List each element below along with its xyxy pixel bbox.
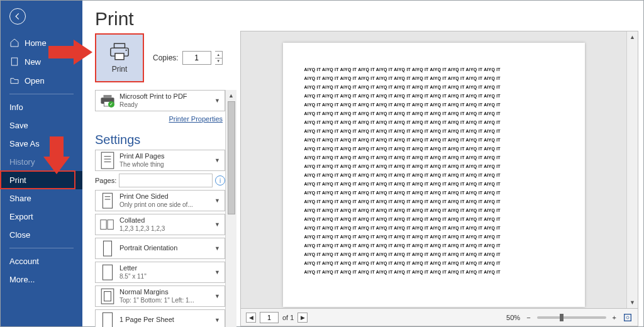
zoom-out-button[interactable]: − (524, 314, 533, 321)
collate-icon (99, 218, 116, 231)
sidebar-item-label: New (25, 57, 41, 67)
preview-page: AIYQ IT AIYQ IT AIYQ IT AIYQ IT AIYQ IT … (283, 43, 585, 307)
print-settings-column: Print Print Copies: ▲▼ ✓ (82, 1, 236, 326)
sidebar-item-more[interactable]: More... (1, 270, 82, 289)
print-button[interactable]: Print (95, 33, 144, 82)
page-title: Print (95, 8, 236, 30)
sidebar-separator (9, 248, 74, 248)
zoom-label: 50% (506, 314, 520, 321)
setting-sides[interactable]: Print One SidedOnly print on one side of… (95, 190, 225, 211)
preview-scrollbar[interactable]: ▲ ▼ (626, 31, 638, 308)
print-preview-pane: AIYQ IT AIYQ IT AIYQ IT AIYQ IT AIYQ IT … (240, 31, 638, 326)
chevron-down-icon: ▼ (214, 293, 221, 299)
sidebar-item-save[interactable]: Save (1, 116, 82, 135)
doc-icon (99, 151, 116, 170)
sidebar-item-label: Open (25, 76, 45, 86)
portrait-icon (99, 239, 116, 258)
zoom-in-button[interactable]: + (610, 314, 619, 321)
chevron-down-icon: ▼ (214, 317, 221, 323)
pages-label: Pages: (95, 177, 116, 184)
prev-page-button[interactable]: ◀ (246, 313, 256, 323)
content-area: Print Print Copies: ▲▼ ✓ (82, 1, 643, 326)
sidebar-item-saveas[interactable]: Save As (1, 135, 82, 153)
svg-rect-16 (108, 220, 113, 230)
page-of-label: of 1 (282, 314, 294, 321)
slider-knob[interactable] (560, 314, 564, 321)
svg-rect-1 (114, 43, 125, 48)
copies-label: Copies: (153, 53, 179, 62)
next-page-button[interactable]: ▶ (297, 313, 308, 323)
svg-rect-19 (101, 289, 113, 304)
sidebar-item-new[interactable]: New (1, 52, 82, 71)
printer-icon (109, 42, 130, 61)
svg-rect-8 (101, 152, 113, 169)
setting-orientation[interactable]: Portrait Orientation ▼ (95, 238, 225, 259)
svg-rect-3 (115, 53, 124, 60)
sidebar-item-open[interactable]: Open (1, 71, 82, 90)
sidebar-item-label: Home (25, 38, 47, 48)
sidebar-item-history[interactable]: History (1, 153, 82, 171)
page-number-input[interactable] (260, 312, 279, 323)
preview-toolbar: ◀ of 1 ▶ 50% − + (241, 308, 638, 326)
chevron-down-icon: ▼ (214, 197, 221, 204)
sidebar-item-close[interactable]: Close (1, 226, 82, 244)
sidebar-item-share[interactable]: Share (1, 189, 82, 208)
svg-rect-15 (101, 220, 106, 230)
setting-collate[interactable]: Collated1,2,3 1,2,3 1,2,3 ▼ (95, 214, 225, 235)
setting-pages-per-sheet[interactable]: 1 Page Per Sheet ▼ (95, 309, 225, 327)
svg-rect-18 (103, 265, 112, 280)
sidebar-item-account[interactable]: Account (1, 252, 82, 270)
back-arrow-icon (13, 12, 22, 21)
scroll-up-icon[interactable]: ▲ (627, 31, 638, 43)
pages-input[interactable] (119, 174, 213, 187)
sidebar-item-print[interactable]: Print (1, 171, 82, 189)
svg-rect-0 (11, 58, 17, 65)
chevron-down-icon: ▼ (214, 97, 221, 104)
chevron-down-icon[interactable]: ▼ (215, 58, 222, 65)
printer-selector[interactable]: ✓ Microsoft Print to PDFReady ▼ (95, 90, 225, 111)
setting-paper[interactable]: Letter8.5" x 11" ▼ (95, 262, 225, 283)
svg-rect-22 (625, 314, 631, 321)
scroll-down-icon[interactable]: ▼ (627, 297, 638, 308)
svg-rect-12 (103, 193, 112, 208)
svg-rect-17 (104, 241, 112, 256)
chevron-down-icon: ▼ (214, 221, 221, 228)
sidebar-item-export[interactable]: Export (1, 208, 82, 226)
margins-icon (99, 287, 116, 306)
chevron-up-icon[interactable]: ▲ (215, 52, 222, 58)
scroll-up-icon[interactable]: ▲ (226, 90, 236, 101)
backstage-sidebar: Home New Open Info Save Save As History … (1, 1, 82, 326)
setting-pages-scope[interactable]: Print All PagesThe whole thing ▼ (95, 150, 225, 171)
zoom-slider[interactable] (537, 316, 606, 319)
sidebar-item-info[interactable]: Info (1, 98, 82, 116)
chevron-down-icon: ▼ (214, 245, 221, 252)
setting-margins[interactable]: Normal MarginsTop: 1" Bottom: 1" Left: 1… (95, 285, 225, 307)
paper-icon (99, 263, 116, 282)
svg-point-23 (626, 316, 629, 319)
svg-rect-21 (103, 313, 112, 327)
page-side-icon (99, 191, 116, 210)
settings-heading: Settings (95, 133, 225, 147)
fit-page-icon[interactable] (623, 313, 633, 323)
chevron-down-icon: ▼ (214, 157, 221, 164)
sidebar-item-home[interactable]: Home (1, 33, 82, 52)
copies-stepper[interactable]: ▲▼ (215, 51, 223, 65)
sidebar-separator (9, 94, 74, 94)
back-button[interactable] (9, 8, 26, 25)
sheet-icon (99, 311, 116, 327)
svg-point-4 (126, 50, 127, 51)
check-icon: ✓ (108, 101, 114, 108)
printer-properties-link[interactable]: Printer Properties (169, 115, 223, 123)
svg-rect-20 (104, 291, 111, 301)
preview-canvas: AIYQ IT AIYQ IT AIYQ IT AIYQ IT AIYQ IT … (241, 31, 626, 308)
info-icon[interactable]: i (215, 175, 225, 186)
open-icon (9, 75, 19, 86)
svg-rect-6 (104, 95, 112, 98)
chevron-down-icon: ▼ (214, 269, 221, 275)
copies-input[interactable] (182, 51, 211, 65)
settings-scrollbar[interactable]: ▲ ▼ (225, 90, 236, 327)
home-icon (9, 38, 19, 48)
new-icon (9, 57, 19, 67)
scrollbar-thumb[interactable] (228, 101, 235, 214)
